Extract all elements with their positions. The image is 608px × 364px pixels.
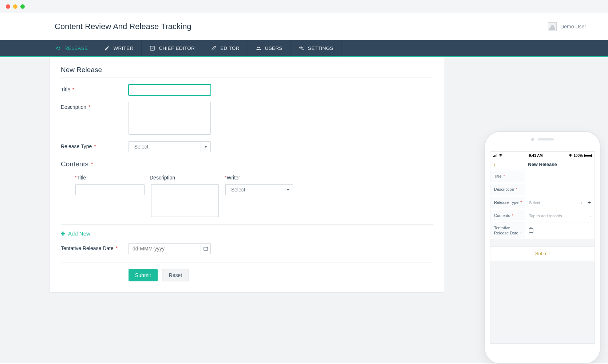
mobile-header-title: New Release <box>528 162 557 167</box>
tentative-date-input[interactable] <box>129 243 201 254</box>
battery-icon <box>584 154 592 157</box>
content-title-input[interactable] <box>75 184 145 195</box>
phone-camera-icon <box>531 138 534 141</box>
m-field-tentative-date[interactable] <box>525 228 595 233</box>
contents-table: *Title Description *Writer -Select- <box>61 173 433 225</box>
plus-icon[interactable]: + <box>588 199 591 206</box>
chevron-right-icon: › <box>589 214 591 218</box>
nav-release[interactable]: RELEASE <box>47 40 96 56</box>
release-type-value: -Select- <box>129 141 201 152</box>
m-row-title[interactable]: Title * <box>490 170 595 183</box>
bluetooth-icon: ✱ <box>569 154 572 157</box>
chevron-right-icon: › <box>581 201 583 205</box>
description-textarea[interactable] <box>129 102 211 135</box>
edit-square-icon <box>150 46 155 51</box>
m-field-contents[interactable]: Tap to add records › <box>525 214 595 218</box>
user-name: Demo User <box>560 24 586 29</box>
reset-button[interactable]: Reset <box>162 269 189 281</box>
window-close-icon[interactable] <box>6 4 10 9</box>
mobile-submit-button[interactable]: Submit <box>490 246 595 261</box>
row-title: Title * <box>61 84 433 95</box>
svg-point-2 <box>259 47 260 48</box>
nav-settings[interactable]: SETTINGS <box>291 40 342 56</box>
contents-section-title: Contents * <box>61 160 433 168</box>
compose-icon <box>211 46 217 51</box>
release-type-select[interactable]: -Select- <box>129 141 211 152</box>
chevron-down-icon <box>204 146 207 148</box>
m-label-contents: Contents * <box>490 210 525 221</box>
mobile-screen: 9:41 AM ✱ 100% ‹ New Release Title * Des… <box>490 151 595 344</box>
status-left <box>493 154 502 157</box>
mobile-form: Title * Description * Release Type * Sel… <box>490 170 595 239</box>
col-writer: *Writer <box>224 175 297 181</box>
add-new-label: Add New <box>68 230 90 237</box>
svg-point-3 <box>300 47 301 48</box>
label-description: Description * <box>61 102 129 110</box>
required-mark: * <box>114 245 118 251</box>
content-writer-dropdown-button[interactable] <box>283 184 293 195</box>
nav-users[interactable]: USERS <box>248 40 291 56</box>
content-writer-select[interactable]: -Select- <box>225 184 293 195</box>
section-title: New Release <box>61 66 433 74</box>
add-new-button[interactable]: ✚ Add New <box>61 230 90 237</box>
nav-label: EDITOR <box>220 46 240 51</box>
app-title: Content Review And Release Tracking <box>55 22 191 31</box>
window-chrome <box>0 0 608 13</box>
m-label-description: Description * <box>490 184 525 195</box>
row-description: Description * <box>61 102 433 135</box>
avatar <box>548 22 557 31</box>
window-minimize-icon[interactable] <box>13 4 17 9</box>
content-description-textarea[interactable] <box>151 184 219 217</box>
mobile-preview: 9:41 AM ✱ 100% ‹ New Release Title * Des… <box>484 131 601 364</box>
phone-speaker-icon <box>538 138 554 141</box>
plus-icon: ✚ <box>61 231 65 237</box>
pencil-icon <box>104 46 110 51</box>
m-label-release-type: Release Type * <box>490 197 525 208</box>
svg-point-1 <box>257 47 258 48</box>
required-mark: * <box>89 161 93 167</box>
calendar-icon <box>203 246 208 251</box>
m-label-tentative-date: Tentative Release Date * <box>490 222 525 239</box>
nav-label: SETTINGS <box>308 46 333 51</box>
cell-title <box>75 184 145 218</box>
calendar-icon <box>529 228 533 233</box>
battery-pct: 100% <box>573 154 583 158</box>
user-menu[interactable]: Demo User <box>548 22 586 31</box>
nav-label: WRITER <box>113 46 133 51</box>
m-row-contents[interactable]: Contents * Tap to add records › <box>490 209 595 222</box>
window-zoom-icon[interactable] <box>20 4 25 9</box>
nav-writer[interactable]: WRITER <box>96 40 142 56</box>
release-type-dropdown-button[interactable] <box>201 141 211 152</box>
release-form-card: New Release Title * Description * Releas… <box>50 57 444 293</box>
row-tentative-date: Tentative Release Date * <box>61 243 433 254</box>
label-title: Title * <box>61 84 129 92</box>
status-right: ✱ 100% <box>569 154 592 158</box>
chevron-down-icon <box>287 189 289 191</box>
back-button[interactable]: ‹ <box>493 161 495 168</box>
col-title: *Title <box>74 175 150 181</box>
svg-point-4 <box>302 49 303 50</box>
m-row-tentative-date[interactable]: Tentative Release Date * <box>490 222 595 239</box>
nav-label: RELEASE <box>64 46 88 51</box>
main-nav: RELEASE WRITER CHIEF EDITOR EDITOR USERS… <box>0 40 608 57</box>
status-time: 9:41 AM <box>529 154 543 158</box>
nav-editor[interactable]: EDITOR <box>203 40 248 56</box>
app-header: Content Review And Release Tracking Demo… <box>0 13 608 40</box>
m-field-release-type[interactable]: Select › + <box>525 199 595 206</box>
content-writer-value: -Select- <box>225 184 283 195</box>
title-input[interactable] <box>129 84 211 95</box>
m-row-release-type[interactable]: Release Type * Select › + <box>490 196 595 209</box>
signal-icon <box>493 154 497 157</box>
m-row-description[interactable]: Description * <box>490 183 595 196</box>
submit-button[interactable]: Submit <box>129 269 158 281</box>
required-mark: * <box>92 143 96 149</box>
divider <box>61 78 433 78</box>
row-release-type: Release Type * -Select- <box>61 141 433 152</box>
contents-header: *Title Description *Writer <box>61 173 433 184</box>
nav-chief-editor[interactable]: CHIEF EDITOR <box>142 40 203 56</box>
label-tentative-date: Tentative Release Date * <box>61 243 129 251</box>
svg-rect-5 <box>204 247 208 250</box>
mobile-gap <box>490 239 595 246</box>
calendar-button[interactable] <box>201 243 211 254</box>
tentative-date-picker[interactable] <box>129 243 211 254</box>
